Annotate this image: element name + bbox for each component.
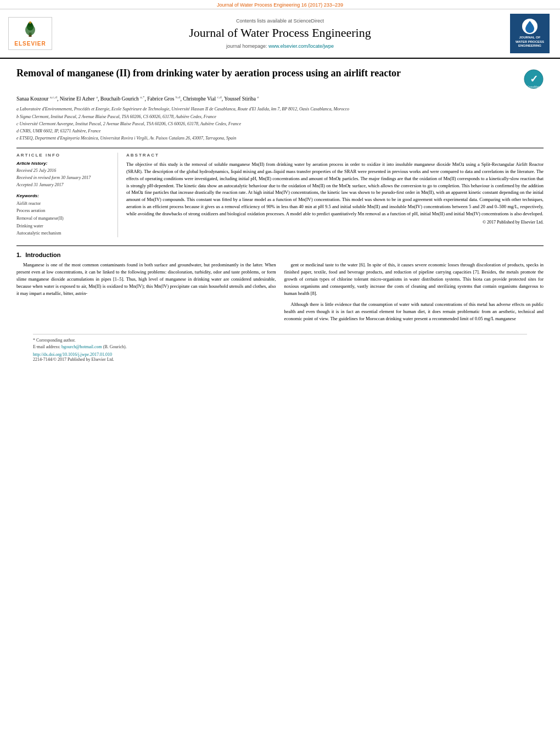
intro-paragraph-3: Although there is little evidence that t… xyxy=(284,301,544,323)
author-gros: Fabrice Gros b,d xyxy=(147,96,180,102)
keyword-4: Drinking water xyxy=(16,222,112,230)
copyright-notice: © 2017 Published by Elsevier Ltd. xyxy=(126,219,544,226)
journal-logo-text: JOURNAL OF WATER PROCESS ENGINEERING xyxy=(516,36,544,48)
svg-point-4 xyxy=(29,21,31,24)
keyword-2: Process aeration xyxy=(16,207,112,215)
revised-label: Received in revised form 30 January 2017 xyxy=(16,175,91,180)
author-elazher: Nisrine El Azher a xyxy=(60,96,98,102)
authors-line: Sanaa Kouzour a,c,d, Nisrine El Azher a,… xyxy=(16,94,544,103)
keywords-label: Keywords: xyxy=(16,193,112,198)
introduction-content: Manganese is one of the most common cont… xyxy=(16,261,544,326)
svg-text:✓: ✓ xyxy=(530,74,538,85)
homepage-line: journal homepage: www.elsevier.com/locat… xyxy=(59,43,501,49)
top-bar: Journal of Water Process Engineering 16 … xyxy=(0,0,560,9)
homepage-link[interactable]: www.elsevier.com/locate/jwpe xyxy=(268,43,334,49)
page-footer: * Corresponding author. E-mail address: … xyxy=(33,334,527,362)
crossmark-icon: ✓ CrossMark xyxy=(524,69,544,89)
intro-paragraph-1: Manganese is one of the most common cont… xyxy=(16,261,276,298)
homepage-text: journal homepage: xyxy=(226,43,268,49)
intro-col-right: gent or medicinal taste to the water [6]… xyxy=(284,261,544,326)
sciencedirect-prefix: Contents lists available at ScienceDirec… xyxy=(236,18,324,24)
article-info-column: ARTICLE INFO Article history: Received 2… xyxy=(16,153,118,237)
abstract-text: The objective of this study is the remov… xyxy=(126,161,544,226)
journal-header: ELSEVIER Contents lists available at Sci… xyxy=(0,9,560,59)
article-info-label: ARTICLE INFO xyxy=(16,153,112,158)
introduction-heading: 1. Introduction xyxy=(16,252,544,258)
article-title-row: Removal of manganese (II) from drinking … xyxy=(16,67,544,89)
introduction-section: 1. Introduction Manganese is one of the … xyxy=(16,246,544,326)
abstract-body: The objective of this study is the remov… xyxy=(126,161,544,216)
keyword-3: Removal of manganese(II) xyxy=(16,215,112,222)
author-stiriba: Youssef Stiriba e xyxy=(224,96,259,102)
water-drop-icon xyxy=(523,19,537,34)
journal-logo-box: JOURNAL OF WATER PROCESS ENGINEERING xyxy=(510,14,550,53)
author-kouzour: Sanaa Kouzour a,c,d xyxy=(16,96,57,102)
article-history-label: Article history: xyxy=(16,161,112,166)
email-note: E-mail address: bgourch@hotmail.com (B. … xyxy=(33,344,527,349)
affiliation-a: a Laboratoire d'Environnement, Procédés … xyxy=(16,106,544,112)
revised-date: Received in revised form 30 January 2017 xyxy=(16,175,112,182)
keyword-5: Autocatalytic mechanism xyxy=(16,230,112,237)
affiliation-b: b Sigma Clermont, Institut Pascal, 2 Ave… xyxy=(16,114,544,120)
journal-logo-right: JOURNAL OF WATER PROCESS ENGINEERING xyxy=(505,14,555,53)
logo-line3: ENGINEERING xyxy=(516,44,544,48)
affiliations: a Laboratoire d'Environnement, Procédés … xyxy=(16,106,544,141)
author-gourich: Bouchaib Gourich a,* xyxy=(100,96,145,102)
keywords-section: Keywords: Airlift reactor Process aerati… xyxy=(16,193,112,237)
keywords-list: Airlift reactor Process aeration Removal… xyxy=(16,200,112,237)
received-label: Received 25 July 2016 xyxy=(16,168,56,173)
elsevier-logo-box: ELSEVIER xyxy=(8,17,52,50)
intro-col-left: Manganese is one of the most common cont… xyxy=(16,261,276,326)
affiliation-e: e ETSEQ, Department d'Enginyeria Mecànic… xyxy=(16,135,544,141)
section-title: Introduction xyxy=(25,252,60,258)
elsevier-logo: ELSEVIER xyxy=(5,14,55,53)
svg-text:CrossMark: CrossMark xyxy=(527,85,541,88)
doi-line: http://dx.doi.org/10.1016/j.jwpe.2017.01… xyxy=(33,352,527,357)
section-number: 1. xyxy=(16,252,21,258)
journal-citation: Journal of Water Process Engineering 16 … xyxy=(217,2,343,8)
corresponding-author-note: * Corresponding author. xyxy=(33,338,527,343)
elsevier-text: ELSEVIER xyxy=(14,41,46,47)
email-link[interactable]: bgourch@hotmail.com xyxy=(61,344,102,349)
doi-link[interactable]: http://dx.doi.org/10.1016/j.jwpe.2017.01… xyxy=(33,352,112,357)
intro-paragraph-2: gent or medicinal taste to the water [6]… xyxy=(284,261,544,298)
article-dates: Received 25 July 2016 Received in revise… xyxy=(16,168,112,188)
sciencedirect-line: Contents lists available at ScienceDirec… xyxy=(59,18,501,24)
accepted-date: Accepted 31 January 2017 xyxy=(16,182,112,189)
journal-header-center: Contents lists available at ScienceDirec… xyxy=(59,14,501,53)
email-label: E-mail address: xyxy=(33,344,60,349)
crossmark-badge[interactable]: ✓ CrossMark xyxy=(524,69,544,89)
abstract-section-label: ABSTRACT xyxy=(126,153,544,158)
author-vial: Christophe Vial c,d xyxy=(183,96,221,102)
affiliation-d: d CNRS, UMR 6602, IP, 63271 Aubière, Fra… xyxy=(16,128,544,134)
abstract-column: ABSTRACT The objective of this study is … xyxy=(126,153,544,237)
article-body: Removal of manganese (II) from drinking … xyxy=(0,59,560,367)
journal-logo-icon xyxy=(522,19,537,34)
logo-line2: WATER PROCESS xyxy=(516,40,544,44)
article-title: Removal of manganese (II) from drinking … xyxy=(16,67,518,80)
logo-line1: JOURNAL OF xyxy=(516,36,544,40)
keyword-1: Airlift reactor xyxy=(16,200,112,208)
elsevier-tree-icon xyxy=(19,20,41,40)
accepted-label: Accepted 31 January 2017 xyxy=(16,182,64,187)
article-info-abstract: ARTICLE INFO Article history: Received 2… xyxy=(16,148,544,237)
star-note-text: * Corresponding author. xyxy=(33,338,76,343)
journal-title: Journal of Water Process Engineering xyxy=(59,26,501,40)
affiliation-c: c Université Clermont Auvergne, Institut… xyxy=(16,121,544,127)
email-name: (B. Gourich). xyxy=(103,344,127,349)
page: Journal of Water Process Engineering 16 … xyxy=(0,0,560,742)
received-date: Received 25 July 2016 xyxy=(16,168,112,175)
issn-line: 2214-7144/© 2017 Published by Elsevier L… xyxy=(33,357,527,362)
